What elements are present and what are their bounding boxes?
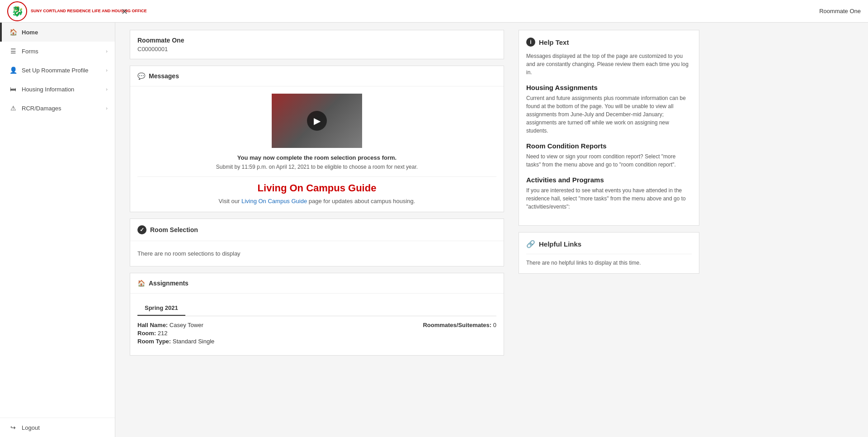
- room-row: Room: 212: [137, 330, 214, 337]
- room-label: Room:: [137, 330, 156, 337]
- room-selection-no-data: There are no room selections to display: [137, 248, 496, 259]
- forms-icon: ☰: [9, 48, 17, 55]
- messages-title: 💬 Messages: [130, 66, 504, 86]
- room-selection-card: ✓ Room Selection There are no room selec…: [130, 218, 504, 266]
- house-icon: 🏠: [137, 280, 145, 287]
- sidebar-item-forms-label: Forms: [22, 48, 38, 55]
- helpful-links-card: 🔗 Helpful Links There are no helpful lin…: [519, 232, 699, 274]
- main-layout: 🏠 Home ☰ Forms › 👤 Set Up Roommate Profi…: [0, 23, 868, 437]
- help-activities-title: Activities and Programs: [526, 176, 692, 184]
- chat-icon: 💬: [137, 72, 145, 80]
- help-title-text: Help Text: [539, 38, 569, 46]
- home-icon: 🏠: [9, 28, 17, 36]
- assignments-title: 🏠 Assignments: [130, 273, 504, 294]
- sidebar-item-roommate-label: Set Up Roommate Profile: [22, 67, 88, 74]
- sidebar-item-forms[interactable]: ☰ Forms ›: [0, 42, 115, 61]
- sidebar-item-home[interactable]: 🏠 Home: [0, 23, 115, 42]
- room-type-value: Standard Single: [173, 338, 215, 345]
- bed-icon: 🛏: [9, 86, 17, 93]
- helpful-links-title-text: Helpful Links: [539, 240, 581, 248]
- assignments-card: 🏠 Assignments Spring 2021 Hall Name:: [130, 273, 504, 356]
- chevron-right-icon-3: ›: [106, 86, 108, 92]
- sidebar-bottom: ↪ Logout: [0, 418, 115, 437]
- user-name: Roommate One: [137, 37, 496, 44]
- sidebar-item-rcr-label: RCR/Damages: [22, 105, 61, 112]
- logout-icon: ↪: [9, 424, 17, 431]
- roommates-label: Roommates/Suitemates:: [423, 322, 491, 328]
- roommates-value: 0: [493, 322, 496, 328]
- sidebar-item-roommate-profile[interactable]: 👤 Set Up Roommate Profile ›: [0, 61, 115, 80]
- check-circle-icon: ✓: [137, 225, 146, 234]
- user-id: C00000001: [137, 46, 496, 52]
- sidebar: 🏠 Home ☰ Forms › 👤 Set Up Roommate Profi…: [0, 23, 115, 437]
- help-room-condition-title: Room Condition Reports: [526, 142, 692, 150]
- sidebar-item-logout[interactable]: ↪ Logout: [0, 418, 115, 437]
- video-caption: You may now complete the room selection …: [137, 154, 496, 161]
- content-area: Roommate One C00000001 💬 Messages ▶: [115, 23, 868, 437]
- main-content: Roommate One C00000001 💬 Messages ▶: [123, 30, 511, 369]
- logo-text: SUNY CORTLAND RESIDENCE LIFE AND HOUSING…: [31, 9, 147, 14]
- video-thumbnail[interactable]: ▶: [272, 94, 362, 148]
- sidebar-item-housing-label: Housing Information: [22, 86, 74, 93]
- assignment-details: Hall Name: Casey Tower Room: 212 Room Ty…: [137, 316, 496, 348]
- room-selection-body: There are no room selections to display: [130, 241, 504, 266]
- assignments-title-text: Assignments: [149, 280, 189, 287]
- divider: [137, 176, 496, 177]
- chevron-right-icon: ›: [106, 48, 108, 54]
- logo-icon: 🐉: [11, 5, 24, 17]
- help-housing-assignments-body: Current and future assignments plus room…: [526, 94, 692, 135]
- warning-icon: ⚠: [9, 104, 17, 112]
- sidebar-item-housing-information[interactable]: 🛏 Housing Information ›: [0, 80, 115, 99]
- assignment-tab-spring2021[interactable]: Spring 2021: [137, 301, 185, 316]
- content-wrapper: Roommate One C00000001 💬 Messages ▶: [115, 23, 868, 376]
- chain-link-icon: 🔗: [526, 240, 535, 248]
- sidebar-item-logout-label: Logout: [22, 424, 40, 431]
- assignment-right: Roommates/Suitemates: 0: [423, 322, 496, 346]
- messages-title-text: Messages: [149, 72, 179, 80]
- sidebar-item-rcr-damages[interactable]: ⚠ RCR/Damages ›: [0, 99, 115, 118]
- assignment-row: Hall Name: Casey Tower Room: 212 Room Ty…: [137, 322, 496, 346]
- user-info-card: Roommate One C00000001: [130, 30, 504, 59]
- person-icon: 👤: [9, 66, 17, 74]
- help-room-condition-body: Need to view or sign your room condition…: [526, 152, 692, 169]
- assignments-body: Spring 2021 Hall Name: Casey Tower: [130, 294, 504, 355]
- topbar: 🐉 SUNY CORTLAND RESIDENCE LIFE AND HOUSI…: [0, 0, 868, 23]
- room-value: 212: [158, 330, 168, 337]
- living-guide-link[interactable]: Living On Campus Guide: [241, 198, 307, 204]
- help-housing-assignments-title: Housing Assignments: [526, 84, 692, 91]
- help-intro: Messages displayed at the top of the pag…: [526, 52, 692, 76]
- close-icon[interactable]: ✕: [121, 7, 128, 17]
- helpful-links-title: 🔗 Helpful Links: [526, 240, 692, 254]
- logo-circle: 🐉: [7, 1, 27, 21]
- assignment-tabs: Spring 2021: [137, 301, 496, 316]
- help-text-card: i Help Text Messages displayed at the to…: [519, 30, 699, 226]
- living-guide-text-after: page for updates about campus housing.: [307, 198, 415, 204]
- chevron-right-icon-2: ›: [106, 67, 108, 73]
- help-title: i Help Text: [526, 38, 692, 47]
- right-panel: i Help Text Messages displayed at the to…: [519, 30, 699, 369]
- play-button[interactable]: ▶: [307, 111, 327, 131]
- room-type-label: Room Type:: [137, 338, 171, 345]
- help-activities-body: If you are interested to see what events…: [526, 186, 692, 211]
- messages-card: 💬 Messages ▶ You may now complete the ro…: [130, 66, 504, 212]
- room-selection-title: ✓ Room Selection: [130, 219, 504, 241]
- living-guide-title: Living On Campus Guide: [137, 182, 496, 194]
- topbar-username: Roommate One: [819, 8, 861, 14]
- no-links-text: There are no helpful links to display at…: [526, 260, 692, 266]
- hall-name-label: Hall Name:: [137, 322, 168, 328]
- assignment-left: Hall Name: Casey Tower Room: 212 Room Ty…: [137, 322, 214, 346]
- video-subcaption: Submit by 11:59 p.m. on April 12, 2021 t…: [137, 164, 496, 170]
- chevron-right-icon-4: ›: [106, 105, 108, 111]
- info-icon: i: [526, 38, 535, 47]
- hall-name-row: Hall Name: Casey Tower: [137, 322, 214, 328]
- room-selection-title-text: Room Selection: [150, 226, 198, 233]
- room-type-row: Room Type: Standard Single: [137, 338, 214, 345]
- living-guide-text-before: Visit our: [219, 198, 241, 204]
- sidebar-item-home-label: Home: [22, 29, 38, 36]
- hall-name-value: Casey Tower: [170, 322, 203, 328]
- video-container: ▶: [137, 94, 496, 148]
- messages-body: ▶ You may now complete the room selectio…: [130, 86, 504, 212]
- living-guide-text: Visit our Living On Campus Guide page fo…: [137, 198, 496, 204]
